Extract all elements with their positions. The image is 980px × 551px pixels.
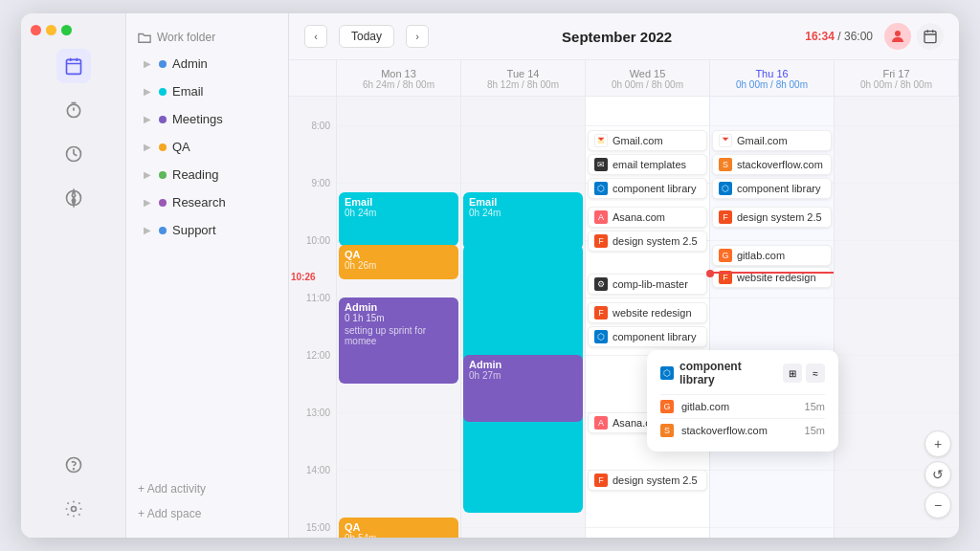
nav-help[interactable] [56, 448, 91, 482]
project-label: Support [172, 223, 216, 237]
nav-calendar[interactable] [56, 49, 91, 83]
popup-item-stackoverflow[interactable]: S stackoverflow.com 15m [660, 418, 825, 442]
arrow-icon: ▶ [144, 142, 151, 152]
event-design-wed[interactable]: F design system 2.5 [588, 231, 707, 252]
header-icons [884, 23, 944, 50]
project-reading[interactable]: ▶ Reading [132, 162, 282, 187]
arrow-icon: ▶ [144, 114, 151, 124]
event-label: design system 2.5 [612, 235, 698, 247]
project-dot [159, 88, 167, 96]
today-button[interactable]: Today [339, 25, 394, 48]
event-label: design system 2.5 [737, 211, 822, 223]
popup-title: component library [679, 360, 777, 386]
svg-point-16 [895, 31, 901, 36]
event-label: comp-lib-master [612, 278, 688, 290]
close-button[interactable] [31, 25, 41, 35]
event-component-wed[interactable]: ⬡ component library [588, 178, 707, 199]
event-qa-mon[interactable]: QA 0h 26m [339, 245, 458, 279]
popup-favicon: ⬡ [660, 366, 674, 380]
popup-share-icon[interactable]: ≈ [806, 364, 825, 383]
event-email-templates[interactable]: ✉ email templates [588, 154, 707, 175]
project-qa[interactable]: ▶ QA [132, 134, 282, 160]
svg-marker-12 [72, 198, 75, 206]
figma-icon: F [594, 234, 608, 248]
time-14: 14:00 [306, 465, 330, 475]
event-label: stackoverflow.com [737, 159, 823, 170]
time-12: 12:00 [306, 350, 330, 361]
time-15: 15:00 [306, 522, 330, 533]
day-col-thu: Gmail.com S stackoverflow.com ⬡ componen… [710, 97, 835, 538]
nav-settings[interactable] [56, 492, 91, 526]
day-header-fri: Fri 17 0h 00m / 8h 00m [835, 60, 959, 96]
event-email-tue[interactable]: Email 0h 24m [463, 192, 583, 250]
zoom-out-button[interactable]: − [924, 492, 951, 518]
nav-timer[interactable] [56, 93, 91, 127]
so-icon: S [719, 158, 732, 171]
event-qa2-mon[interactable]: QA 0h 54m Solving #ticket152 one... [339, 518, 458, 538]
project-label: Research [172, 195, 226, 209]
time-display: 16:34 / 36:00 [805, 30, 873, 43]
event-email-mon[interactable]: Email 0h 24m [339, 192, 458, 246]
left-panel: Work folder ▶ Admin ▶ Email ▶ Meetings ▶… [126, 13, 289, 538]
project-dot [159, 60, 167, 68]
popup-bookmark-icon[interactable]: ⊞ [783, 364, 802, 383]
work-folder[interactable]: Work folder [126, 25, 288, 50]
event-comp-master[interactable]: ⚙ comp-lib-master [588, 274, 707, 295]
svg-point-15 [71, 507, 76, 512]
github-icon: ⚙ [594, 277, 608, 291]
zoom-controls: + ↺ − [924, 430, 951, 518]
popup-so-icon: S [660, 424, 674, 437]
arrow-icon: ▶ [144, 86, 151, 97]
project-meetings[interactable]: ▶ Meetings [132, 106, 282, 132]
event-comp-thu[interactable]: ⬡ component library [712, 178, 832, 199]
project-dot [159, 227, 167, 234]
add-space-button[interactable]: + Add space [126, 501, 288, 526]
gmail-icon [594, 134, 608, 147]
popup-gitlab-icon: G [660, 400, 674, 413]
event-admin-tue[interactable]: Admin 0h 27m [463, 355, 583, 422]
day-header-mon: Mon 13 6h 24m / 8h 00m [337, 60, 461, 96]
project-dot [159, 171, 167, 179]
time-separator: / [837, 30, 844, 43]
event-stackoverflow-thu[interactable]: S stackoverflow.com [712, 154, 832, 175]
minimize-button[interactable] [46, 25, 56, 35]
project-research[interactable]: ▶ Research [132, 189, 282, 215]
event-popup: ⬡ component library ⊞ ≈ G gitlab.com [647, 350, 838, 452]
event-asana-wed[interactable]: A Asana.com [588, 207, 707, 228]
event-label: email templates [612, 159, 686, 170]
calendar-view-icon[interactable] [917, 23, 944, 50]
project-support[interactable]: ▶ Support [132, 217, 282, 243]
event-admin-mon[interactable]: Admin 0 1h 15m setting up sprint for mom… [339, 298, 458, 384]
next-button[interactable]: › [406, 25, 429, 48]
nav-compass[interactable] [56, 181, 91, 215]
event-gmail-thu[interactable]: Gmail.com [712, 130, 832, 151]
event-comp-wed2[interactable]: ⬡ component library [588, 326, 707, 347]
nav-clock[interactable] [56, 137, 91, 171]
grid-wrapper: 8:00 9:00 10:00 11:00 12:00 13:00 14:00 … [289, 97, 959, 538]
popup-item-time2: 15m [805, 425, 825, 436]
maximize-button[interactable] [61, 25, 72, 35]
profile-avatar[interactable] [884, 23, 911, 50]
event-label: design system 2.5 [612, 474, 698, 486]
event-website-thu[interactable]: F website redesign [712, 267, 832, 288]
event-design2-wed[interactable]: F design system 2.5 [588, 470, 707, 491]
event-gmail-wed[interactable]: Gmail.com [588, 130, 707, 151]
vscode-icon2: ⬡ [594, 330, 608, 343]
add-activity-button[interactable]: + Add activity [126, 476, 288, 501]
project-email[interactable]: ▶ Email [132, 78, 282, 104]
asana-icon2: A [594, 416, 608, 430]
project-label: Admin [172, 56, 208, 71]
project-admin[interactable]: ▶ Admin [132, 51, 282, 77]
zoom-reset-button[interactable]: ↺ [924, 461, 951, 488]
event-label: component library [612, 183, 696, 194]
event-website-wed[interactable]: F website redesign [588, 302, 707, 323]
prev-button[interactable]: ‹ [304, 25, 327, 48]
day-col-tue: Email 0h 24m Admin 0h 27m [461, 97, 586, 538]
zoom-in-button[interactable]: + [924, 430, 951, 457]
project-label: QA [172, 140, 190, 154]
project-label: Email [172, 84, 204, 99]
event-gitlab-thu[interactable]: G gitlab.com [712, 245, 832, 266]
event-design-thu[interactable]: F design system 2.5 [712, 207, 832, 228]
work-folder-label: Work folder [157, 31, 215, 44]
popup-item-gitlab[interactable]: G gitlab.com 15m [660, 394, 825, 418]
